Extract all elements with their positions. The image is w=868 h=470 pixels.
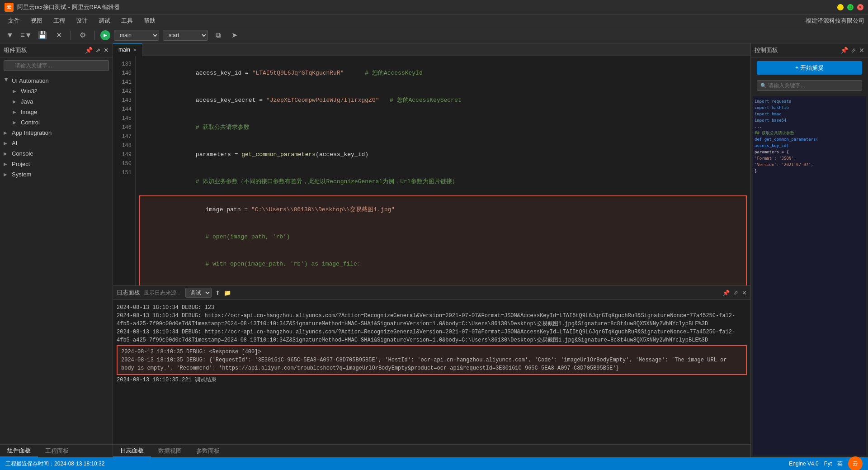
log-panel-icons: 📌 ⇗ ✕: [722, 290, 747, 296]
branch-select[interactable]: main: [114, 30, 159, 41]
menu-items: 文件 视图 工程 设计 调试 工具 帮助: [4, 15, 160, 26]
log-highlight-box: 2024-08-13 18:10:35 DEBUG: <Response [40…: [117, 345, 747, 375]
status-lang: Pyt: [824, 461, 832, 467]
tab-close-icon[interactable]: ✕: [133, 47, 137, 52]
code-line-145: # open(image_path, 'rb'): [142, 223, 744, 251]
line-num-150: 150: [118, 159, 132, 168]
tree-item-image[interactable]: ▶ Image: [0, 107, 113, 117]
tree-item-ai[interactable]: ▶ AI: [0, 138, 113, 148]
status-left: 工程最近保存时间：2024-08-13 18:10:32: [5, 460, 104, 468]
code-line-141: # 获取公共请求参数: [139, 114, 747, 141]
left-search-box: 🔍: [0, 57, 113, 74]
tree-label-console: Console: [12, 150, 33, 157]
tree-item-java[interactable]: ▶ Java: [0, 96, 113, 107]
maximize-button[interactable]: □: [847, 4, 854, 10]
menu-bar: 文件 视图 工程 设计 调试 工具 帮助 福建泽源科技有限公司: [0, 14, 868, 27]
menu-view[interactable]: 视图: [26, 15, 47, 26]
line-num-142: 142: [118, 87, 132, 96]
user-avatar[interactable]: 云: [848, 456, 863, 470]
log-header-left: 日志面板 显示日志来源： 调试 ⬆ 📁: [117, 288, 231, 298]
tree-item-control[interactable]: ▶ Control: [0, 117, 113, 128]
close-button[interactable]: ✕: [857, 4, 863, 10]
window-title: 阿里云ocr接口测试 - 阿里云RPA 编辑器: [17, 3, 120, 11]
chevron-right-icon: ▶: [4, 130, 9, 135]
bottom-tab-params[interactable]: 参数面板: [189, 445, 227, 457]
code-preview-area: import requests import hashlib import hm…: [753, 96, 866, 456]
bottom-tab-data-view[interactable]: 数据视图: [151, 445, 189, 457]
bottom-tab-project[interactable]: 工程面板: [38, 445, 76, 457]
right-search-icon: 🔍: [760, 83, 767, 89]
toolbar-layers-btn[interactable]: ≡▼: [20, 29, 33, 42]
tree-item-system[interactable]: ▶ System: [0, 169, 113, 180]
right-panel-title: 控制面板: [755, 46, 778, 54]
log-source-select[interactable]: 调试: [185, 288, 212, 298]
run-button[interactable]: ▶: [100, 30, 110, 40]
line-num-147: 147: [118, 132, 132, 141]
capture-button[interactable]: + 开始捕捉: [757, 61, 862, 75]
line-num-144: 144: [118, 105, 132, 114]
log-content[interactable]: 2024-08-13 18:10:34 DEBUG: 123 2024-08-1…: [113, 300, 750, 444]
log-download-icon[interactable]: 📁: [224, 290, 231, 296]
tab-main[interactable]: main ✕: [113, 43, 142, 56]
target-select[interactable]: start: [163, 30, 208, 41]
toolbar-save-btn[interactable]: 💾: [36, 29, 49, 42]
bottom-tab-log[interactable]: 日志面板: [113, 445, 151, 457]
tree-label-ai: AI: [12, 140, 17, 147]
panel-close-icon[interactable]: ✕: [104, 47, 109, 54]
right-search-input[interactable]: [757, 80, 862, 91]
tree-item-project[interactable]: ▶ Project: [0, 159, 113, 169]
log-expand-icon[interactable]: ⇗: [733, 290, 738, 296]
line-num-148: 148: [118, 141, 132, 150]
chevron-down-icon: ▶: [4, 78, 9, 84]
chevron-right-icon: ▶: [13, 109, 18, 114]
code-line-139: access_key_id = "LTAI5tQ9L6JqrGTqKguchRu…: [139, 60, 747, 87]
line-num-145: 145: [118, 114, 132, 123]
log-close-icon[interactable]: ✕: [742, 290, 747, 296]
toolbar-share-btn[interactable]: ➤: [228, 29, 241, 42]
menu-design[interactable]: 设计: [71, 15, 92, 26]
toolbar-divider-1: [71, 31, 71, 40]
log-line-6: 2024-08-13 18:10:35.221 调试结束: [117, 376, 747, 384]
menu-file[interactable]: 文件: [4, 15, 24, 26]
log-upload-icon[interactable]: ⬆: [215, 290, 220, 296]
toolbar-copy-btn[interactable]: ⧉: [212, 29, 224, 42]
center-area: main ✕ 139 140 141 142 143 144 145 146 1…: [113, 43, 750, 457]
toolbar-settings-btn[interactable]: ⚙: [76, 29, 89, 42]
menu-project[interactable]: 工程: [49, 15, 70, 26]
toolbar-stop-btn[interactable]: ✕: [52, 29, 65, 42]
log-line-5: 2024-08-13 18:10:35 DEBUG: {'RequestId':…: [121, 356, 742, 372]
log-panel-title: 日志面板: [117, 289, 140, 297]
right-panel-pin-icon[interactable]: 📌: [840, 47, 848, 54]
tree-label-java: Java: [21, 98, 33, 105]
line-num-149: 149: [118, 150, 132, 159]
tree-label-app-integration: App Integration: [12, 129, 52, 136]
right-panel-expand-icon[interactable]: ⇗: [851, 47, 856, 54]
toolbar-arrow-down-btn[interactable]: ▼: [4, 29, 16, 42]
tree-item-win32[interactable]: ▶ Win32: [0, 86, 113, 96]
tree-item-console[interactable]: ▶ Console: [0, 148, 113, 159]
log-line-1: 2024-08-13 18:10:34 DEBUG: 123: [117, 304, 747, 312]
panel-pin-icon[interactable]: 📌: [85, 47, 93, 54]
left-panel-header: 组件面板 📌 ⇗ ✕: [0, 43, 113, 57]
left-search-input[interactable]: [4, 60, 109, 71]
menu-tools[interactable]: 工具: [117, 15, 137, 26]
left-panel: 组件面板 📌 ⇗ ✕ 🔍 ▶ UI Automation ▶ Win32: [0, 43, 113, 457]
code-line-146: # with open(image_path, 'rb') as image_f…: [142, 251, 744, 278]
editor-tabs-bar: main ✕: [113, 43, 750, 56]
tree-item-ui-automation[interactable]: ▶ UI Automation: [0, 76, 113, 86]
chevron-right-icon: ▶: [13, 99, 18, 104]
menu-debug[interactable]: 调试: [94, 15, 115, 26]
tree-item-app-integration[interactable]: ▶ App Integration: [0, 128, 113, 138]
bottom-tab-component[interactable]: 组件面板: [0, 445, 38, 457]
menu-help[interactable]: 帮助: [139, 15, 160, 26]
tab-main-label: main: [118, 47, 130, 53]
code-editor[interactable]: 139 140 141 142 143 144 145 146 147 148 …: [113, 56, 750, 285]
title-bar: 云 阿里云ocr接口测试 - 阿里云RPA 编辑器 － □ ✕: [0, 0, 868, 14]
tree-label-control: Control: [21, 119, 40, 126]
right-panel-close-icon[interactable]: ✕: [859, 47, 864, 54]
panel-expand-icon[interactable]: ⇗: [95, 47, 101, 54]
log-pin-icon[interactable]: 📌: [722, 290, 730, 296]
chevron-right-icon: ▶: [13, 89, 18, 94]
minimize-button[interactable]: －: [837, 4, 844, 10]
status-save-time: 工程最近保存时间：2024-08-13 18:10:32: [5, 460, 104, 468]
